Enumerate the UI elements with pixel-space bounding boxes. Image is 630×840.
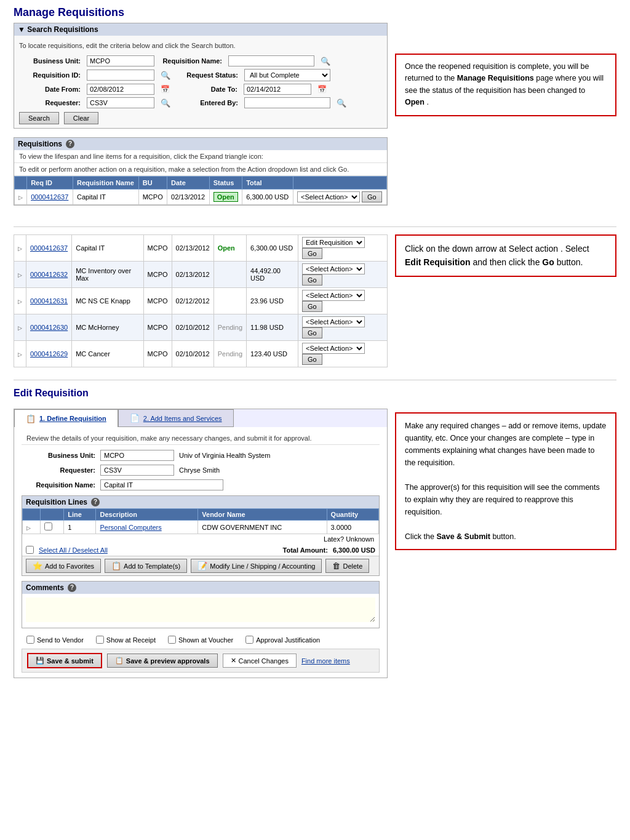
go-button-2[interactable]: Go [302,274,322,286]
find-more-link[interactable]: Find more items [301,657,350,665]
edit-reqname-input[interactable] [100,479,223,490]
col-expand [23,509,41,521]
add-template-label: Add to Template(s) [124,562,180,570]
req-status-label: Request Status: [177,71,238,79]
total-amount-label: Total Amount: [283,546,328,554]
modify-line-label: Modify Line / Shipping / Accounting [210,562,315,570]
entered-by-input[interactable] [244,97,330,108]
approval-just-checkbox[interactable] [245,636,253,644]
action-select-5[interactable]: <Select Action> Edit Requisition [302,343,365,354]
req-id-link-3[interactable]: 0000412631 [30,297,68,305]
save-preview-button[interactable]: 📋 Save & preview approvals [107,654,218,668]
action-select[interactable]: <Select Action> Edit Requisition [297,191,360,202]
search-icon-req-name[interactable]: 🔍 [321,57,330,66]
go-button-1[interactable]: Go [302,248,322,259]
calendar-icon-from[interactable]: 📅 [161,85,170,94]
line-checkbox[interactable] [44,522,52,530]
collapse-icon: ▼ [18,25,25,34]
select-all-link[interactable]: Select All / Deselect All [39,546,108,554]
req-id-link[interactable]: 0000412637 [31,193,68,201]
req-bu-1: MCPO [143,235,172,262]
requester-label: Requester: [19,99,81,106]
edit-bu-input[interactable] [100,450,174,461]
show-at-receipt-checkbox[interactable] [96,636,104,644]
cancel-changes-button[interactable]: ✕ Cancel Changes [223,654,297,668]
expand-cell[interactable]: ▷ [15,190,27,205]
modify-line-button[interactable]: 📝 Modify Line / Shipping / Accounting [191,559,322,573]
tab-items-icon: 📄 [130,414,140,423]
delete-button[interactable]: 🗑 Delete [325,559,369,573]
edit-requester-input[interactable] [100,465,174,476]
col-total: Total [242,177,293,190]
action-select-1[interactable]: Edit Requisition <Select Action> [302,237,365,248]
action-select-4[interactable]: <Select Action> Edit Requisition [302,316,365,327]
go-button-4[interactable]: Go [302,327,322,338]
search-icon-entered-by[interactable]: 🔍 [337,98,346,108]
req-bu-cell: MCPO [138,190,167,205]
date-to-label: Date To: [176,86,237,93]
send-to-vendor-checkbox[interactable] [26,636,34,644]
callout2-text2: and then click the [472,257,542,267]
table-row: ▷ 0000412629 MC Cancer MCPO 02/10/2012 P… [14,341,388,367]
date-to-input[interactable] [244,84,311,95]
search-button[interactable]: Search [19,112,59,124]
tab-define-requisition[interactable]: 📋 1. Define Requisition [14,409,118,427]
line-desc-link[interactable]: Personal Computers [100,524,161,531]
bu-label: Business Unit: [19,57,81,65]
line-row: ▷ 1 Personal Computers CDW GOVERNMENT IN… [23,521,379,534]
req-help-icon[interactable]: ? [66,140,74,148]
req-lines-help[interactable]: ? [91,498,100,506]
col-line: Line [64,509,96,521]
col-expand [15,177,27,190]
expand-cell[interactable]: ▷ [14,235,26,262]
status-1: Open [218,244,235,252]
add-favorites-button[interactable]: ⭐ Add to Favorites [26,559,101,573]
table-row: ▷ 0000412631 MC NS CE Knapp MCPO 02/12/2… [14,288,388,314]
save-submit-label: Save & submit [47,657,94,665]
go-button-3[interactable]: Go [302,301,322,312]
req-name-label: Requisition Name: [161,57,222,65]
calendar-icon-to[interactable]: 📅 [317,85,327,94]
action-select-2[interactable]: <Select Action> Edit Requisition [302,263,365,274]
requisition-id-input[interactable] [87,70,154,81]
table-row: ▷ 0000412637 Capital IT MCPO 02/13/2012 … [15,190,387,205]
edit-bu-extra: Univ of Virginia Health System [179,452,270,459]
col-vendor: Vendor Name [198,509,327,521]
comments-header: Comments ? [22,582,379,594]
search-icon-requester[interactable]: 🔍 [161,98,170,108]
tab-add-items[interactable]: 📄 2. Add Items and Services [118,409,234,427]
requisitions-section-header[interactable]: Requisitions ? [14,138,387,150]
business-unit-input[interactable] [87,55,154,66]
comments-help[interactable]: ? [68,583,76,592]
select-all-checkbox[interactable] [26,546,34,554]
search-section-header[interactable]: ▼ Search Requisitions [14,23,387,36]
comments-textarea[interactable] [26,598,375,622]
go-button[interactable]: Go [362,191,382,202]
date-from-input[interactable] [87,84,154,95]
req-id-label: Requisition ID: [19,71,81,79]
add-template-button[interactable]: 📋 Add to Template(s) [105,559,187,573]
comments-label: Comments [26,583,64,592]
go-button-5[interactable]: Go [302,354,322,365]
save-preview-icon: 📋 [115,657,124,665]
col-action [293,177,386,190]
save-submit-icon: 💾 [36,657,44,665]
shown-at-voucher-checkbox[interactable] [168,636,176,644]
edit-requester-label: Requester: [22,466,95,474]
clear-button[interactable]: Clear [64,112,98,124]
req-id-link-4[interactable]: 0000412630 [30,324,68,331]
search-icon-req-id[interactable]: 🔍 [161,71,170,80]
line-vendor: CDW GOVERNMENT INC [198,521,327,534]
col-bu: BU [138,177,167,190]
tab-define-label[interactable]: 1. Define Requisition [39,415,106,422]
req-id-link-1[interactable]: 0000412637 [30,244,68,252]
req-id-link-5[interactable]: 0000412629 [30,350,68,358]
requisition-name-input[interactable] [228,55,314,66]
req-id-link-2[interactable]: 0000412632 [30,271,68,278]
request-status-select[interactable]: All but Complete [244,69,330,81]
tab-items-label[interactable]: 2. Add Items and Services [143,415,222,422]
save-submit-button[interactable]: 💾 Save & submit [27,653,102,668]
cancel-icon: ✕ [231,657,236,665]
action-select-3[interactable]: <Select Action> Edit Requisition [302,290,365,301]
requester-input[interactable] [87,97,154,108]
